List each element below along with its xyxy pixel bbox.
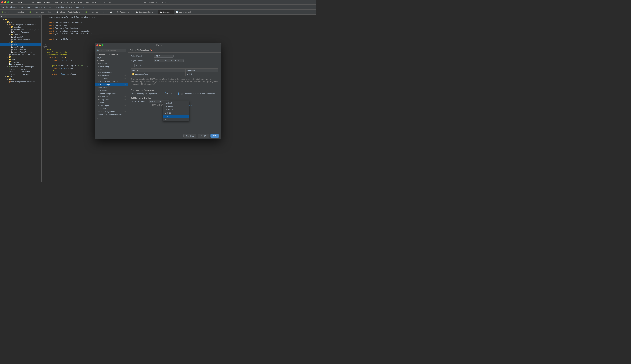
dropdown-item-more[interactable]: More › (163, 118, 189, 121)
nav-back-arrow[interactable]: ← (214, 49, 216, 51)
pref-content: Editor › File Encodings 🔖 ← → Global Enc… (128, 48, 221, 139)
edit-path-button[interactable]: ✎ (138, 64, 142, 67)
pref-search-area: 🔍 (95, 48, 128, 53)
pref-search-input[interactable] (96, 49, 126, 52)
pref-nav-label-file-encodings: File Encodings (98, 84, 110, 86)
pref-nav-intentions[interactable]: Intentions (95, 107, 128, 110)
table-header-encoding[interactable]: Encoding (185, 68, 218, 72)
pref-nav-file-encodings[interactable]: File Encodings ⊞ (95, 83, 128, 86)
badge-copyright: ⊞ (124, 96, 126, 98)
project-encoding-row: Project Encoding: <SYSTEM DEFAULT: UTF-8… (131, 59, 218, 62)
pref-nav-label-inlay-hints: Inlay Hints (100, 98, 109, 100)
expand-arrow-inlay-hints: ▶ (98, 98, 100, 100)
dialog-min-btn[interactable] (99, 44, 101, 46)
pref-nav-general[interactable]: ▶ General (95, 62, 128, 65)
pref-nav-editor[interactable]: ▼ Editor (95, 59, 128, 62)
badge-inlay-hints: ⊞ (124, 98, 126, 100)
bom-hint-icon[interactable]: ↗ (191, 104, 192, 106)
expand-arrow-copyright: ▶ (98, 96, 100, 98)
pref-nav-color-scheme[interactable]: ▶ Color Scheme (95, 71, 128, 74)
pref-nav-label-language-injections: Language Injections (98, 110, 115, 112)
pref-nav-label-code-style: Code Style (100, 75, 109, 76)
add-path-button[interactable]: + (131, 64, 134, 67)
dropdown-item-utf8[interactable]: UTF-8 (163, 114, 189, 118)
pref-nav-help[interactable]: ? (95, 116, 128, 121)
global-encoding-row: Global Encoding: UTF-8 ▾ (131, 54, 218, 58)
transparent-checkbox[interactable] (181, 93, 183, 95)
dropdown-more-arrow: › (186, 118, 187, 120)
folder-cell: 📁 .../src/main/java (132, 73, 184, 75)
default-encoding-row: Default encoding for properties files: U… (131, 92, 218, 95)
preferences-dialog: Preferences 🔍 ▶ Appearance & Behavior (95, 43, 221, 139)
badge-inspections: ⊞ (124, 78, 126, 80)
pref-nav-font[interactable]: Font (95, 68, 128, 71)
ok-button[interactable]: OK (211, 134, 219, 138)
pref-nav-list: ▶ Appearance & Behavior Keymap ▼ Editor … (95, 53, 128, 139)
dialog-title-bar: Preferences (95, 43, 221, 48)
pref-nav-file-code-templates[interactable]: File and Code Templates (95, 80, 128, 83)
pref-nav-label-intentions: Intentions (98, 108, 106, 110)
pref-nav-label-code-editing: Code Editing (98, 66, 109, 68)
pref-nav-live-edit[interactable]: Live Edit of Compose Literals (95, 113, 128, 116)
project-encoding-arrow: ▾ (181, 60, 182, 62)
apply-button[interactable]: APPLY (198, 134, 209, 138)
project-encoding-select[interactable]: <SYSTEM DEFAULT: UTF-8> ▾ (154, 59, 183, 62)
dropdown-item-utf16[interactable]: UTF-16 (163, 111, 189, 114)
pref-nav-label-appearance: Appearance & Behavior (99, 54, 118, 56)
pref-nav-label-keymap: Keymap (97, 57, 103, 59)
folder-cell-icon: 📁 (132, 73, 135, 75)
encoding-dropdown-popup: <Default> ISO-8859-1 US-ASCII UTF-16 UTF… (163, 101, 189, 121)
pref-nav-code-style[interactable]: ▶ Code Style ⊞ (95, 74, 128, 77)
table-cell-path: 📁 .../src/main/java (131, 72, 185, 76)
pref-nav-gui-designer[interactable]: GUI Designer ⊞ (95, 104, 128, 107)
dropdown-item-default[interactable]: <Default> (163, 101, 189, 104)
dialog-close-btn[interactable] (96, 44, 98, 46)
badge-file-encodings: ⊞ (124, 84, 126, 86)
global-encoding-select[interactable]: UTF-8 ▾ (154, 54, 173, 58)
expand-arrow-color-scheme: ▶ (98, 72, 100, 74)
pref-nav-keymap[interactable]: Keymap (95, 56, 128, 59)
pref-nav-inspections[interactable]: Inspections ⊞ (95, 77, 128, 80)
breadcrumb-editor: Editor (130, 49, 135, 51)
dialog-body: 🔍 ▶ Appearance & Behavior Keymap ▼ Edito… (95, 48, 221, 139)
pref-nav-language-injections[interactable]: Language Injections ⊞ (95, 110, 128, 113)
pref-nav-label-live-edit: Live Edit of Compose Literals (98, 114, 122, 116)
pref-nav-file-types[interactable]: File Types (95, 89, 128, 92)
expand-arrow-appearance: ▶ (97, 54, 98, 56)
pref-nav-emmet[interactable]: Emmet (95, 101, 128, 104)
project-encoding-value: <SYSTEM DEFAULT: UTF-8> (155, 60, 179, 62)
pref-nav-copyright[interactable]: ▶ Copyright ⊞ (95, 95, 128, 98)
dropdown-item-iso[interactable]: ISO-8859-1 (163, 104, 189, 108)
table-toolbar: + − ✎ (131, 64, 218, 67)
encoding-value: UTF-8 (187, 73, 192, 75)
table-row[interactable]: 📁 .../src/main/java UTF-8 (131, 72, 218, 76)
pref-nav-live-templates[interactable]: Live Templates (95, 86, 128, 89)
pref-nav-label-copyright: Copyright (100, 96, 108, 98)
default-encoding-select[interactable]: UTF-8 ▾ (165, 92, 178, 95)
nav-forward-arrow[interactable]: → (217, 49, 219, 51)
pref-nav-label-color-scheme: Color Scheme (100, 72, 112, 74)
dialog-overlay: Preferences 🔍 ▶ Appearance & Behavior (0, 0, 315, 182)
dropdown-item-us-ascii[interactable]: US-ASCII (163, 108, 189, 111)
pref-nav-android-design-tools[interactable]: Android Design Tools (95, 92, 128, 95)
remove-path-button[interactable]: − (134, 64, 138, 67)
expand-arrow-editor: ▼ (97, 60, 98, 62)
bom-create-label: Create UTF-8 files: (131, 101, 147, 103)
pref-nav-arrows: ← → (214, 49, 219, 51)
badge-gui-designer: ⊞ (124, 104, 126, 106)
pref-nav-label-gui-designer: GUI Designer (98, 104, 109, 106)
sort-arrow-path: ▲ (137, 70, 138, 71)
dialog-max-btn[interactable] (102, 44, 103, 46)
global-encoding-label: Global Encoding: (131, 55, 152, 57)
table-header-path[interactable]: Path ▲ (131, 68, 185, 72)
project-encoding-label: Project Encoding: (131, 60, 152, 62)
cancel-button[interactable]: CANCEL (183, 134, 196, 138)
bom-title: BOM for new UTF-8 files (131, 97, 218, 99)
pref-nav-inlay-hints[interactable]: ▶ Inlay Hints ⊞ (95, 98, 128, 101)
bookmark-icon: 🔖 (150, 49, 153, 51)
bom-create-value: with NO BOM (150, 101, 161, 103)
pref-nav-appearance[interactable]: ▶ Appearance & Behavior (95, 53, 128, 56)
pref-nav-code-editing[interactable]: Code Editing (95, 65, 128, 68)
global-encoding-arrow: ▾ (171, 55, 172, 57)
pref-nav-label-android-design-tools: Android Design Tools (98, 92, 116, 94)
